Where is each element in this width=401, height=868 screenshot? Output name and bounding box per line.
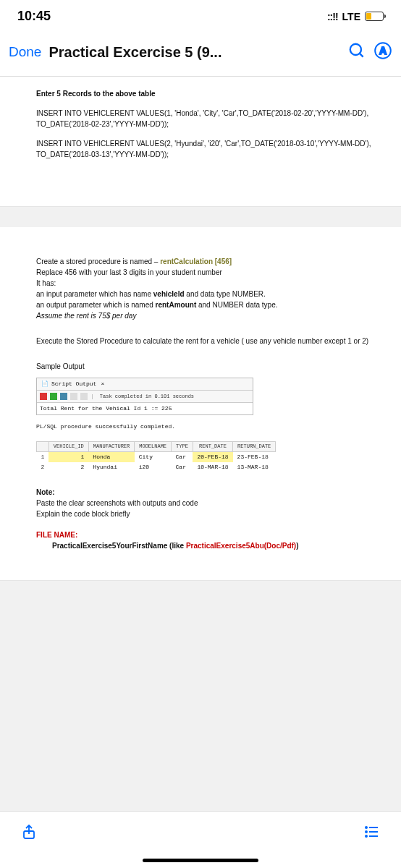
document-viewport[interactable]: Enter 5 Records to the above table INSER… (0, 77, 401, 639)
col-header: TYPE (172, 442, 193, 452)
table-row: 2 2 Hyundai i20 Car 10-MAR-18 13-MAR-18 (37, 462, 276, 472)
page-1: Enter 5 Records to the above table INSER… (0, 77, 401, 207)
script-toolbar: | Task completed in 0.101 seconds (37, 391, 253, 403)
svg-point-0 (350, 44, 361, 55)
result-table: VEHICLE_ID MANUFACTURER MODELNAME TYPE R… (36, 441, 381, 472)
tool-pencil-icon (50, 393, 57, 400)
home-indicator[interactable] (143, 859, 258, 862)
col-header: RENT_DATE (193, 442, 232, 452)
note-line: Paste the clear screenshots with outputs… (36, 498, 381, 509)
svg-point-8 (366, 827, 367, 828)
procedure-name: rentCalculation [456] (160, 258, 232, 265)
text-line: Replace 456 with your last 3 digits in y… (36, 267, 381, 278)
close-icon: × (101, 380, 104, 388)
avatar-button[interactable]: A (373, 41, 392, 63)
page-gap (0, 207, 401, 227)
text-line: an output parameter which is named rentA… (36, 299, 381, 310)
search-button[interactable] (347, 41, 366, 63)
filename-value: PracticalExercise5YourFirstName (like Pr… (36, 540, 381, 551)
filename-label: FILE NAME: (36, 529, 381, 540)
text-line: It has: (36, 278, 381, 289)
text-line: Create a stored procedure is named – ren… (36, 256, 381, 267)
status-bar: 10:45 ::!! LTE (0, 0, 401, 30)
done-button[interactable]: Done (9, 44, 41, 60)
signal-icon: ::!! (327, 11, 338, 22)
script-output-panel: 📄 Script Output × | Task completed in 0.… (36, 378, 253, 415)
col-header: MANUFACTURER (88, 442, 134, 452)
share-button[interactable] (20, 823, 38, 843)
procedure-spec: Create a stored procedure is named – ren… (36, 256, 381, 321)
section-heading: Enter 5 Records to the above table (36, 88, 381, 99)
note-heading: Note: (36, 487, 381, 498)
text-line-italic: Assume the rent is 75$ per day (36, 310, 381, 321)
status-right: ::!! LTE (327, 11, 384, 22)
note-block: Note: Paste the clear screenshots with o… (36, 487, 381, 519)
tab-icon: 📄 (41, 380, 48, 388)
note-line: Explain the code block briefly (36, 509, 381, 519)
sample-output-label: Sample Output (36, 361, 381, 372)
svg-point-9 (366, 831, 367, 833)
battery-icon (365, 12, 384, 21)
network-label: LTE (342, 11, 360, 22)
task-status: Task completed in 0.101 seconds (100, 393, 194, 401)
tool-pin-icon (40, 393, 47, 400)
script-output-tab: 📄 Script Output × (37, 378, 253, 391)
col-header: RETURN_DATE (233, 442, 276, 452)
svg-line-1 (360, 54, 363, 57)
page-2: Create a stored procedure is named – ren… (0, 227, 401, 581)
tool-print-icon (70, 393, 77, 400)
execute-instruction: Execute the Stored Procedure to calculat… (36, 336, 381, 346)
tool-save-icon (60, 393, 67, 400)
script-output-line: Total Rent for the Vehical Id 1 := 225 (37, 403, 253, 414)
svg-text:A: A (379, 45, 387, 56)
plsql-message: PL/SQL procedure successfully completed. (36, 422, 381, 431)
tool-clear-icon (80, 393, 88, 400)
nav-bar: Done Practical Excercise 5 (9... A (0, 30, 401, 77)
text-line: an input parameter which has name vehicl… (36, 289, 381, 299)
table-row: 1 1 Honda City Car 20-FEB-18 23-FEB-18 (37, 451, 276, 462)
filename-block: FILE NAME: PracticalExercise5YourFirstNa… (36, 529, 381, 551)
col-header: MODELNAME (135, 442, 172, 452)
status-time: 10:45 (17, 9, 51, 24)
col-header: VEHICLE_ID (48, 442, 88, 452)
list-button[interactable] (363, 823, 381, 843)
sql-statement-2: INSERT INTO VEHICLERENT VALUES(2, 'Hyund… (36, 138, 381, 160)
table-header-row: VEHICLE_ID MANUFACTURER MODELNAME TYPE R… (37, 442, 276, 452)
sql-statement-1: INSERT INTO VEHICLERENT VALUES(1, 'Honda… (36, 108, 381, 129)
document-title: Practical Excercise 5 (9... (48, 44, 340, 61)
svg-point-10 (366, 835, 367, 837)
